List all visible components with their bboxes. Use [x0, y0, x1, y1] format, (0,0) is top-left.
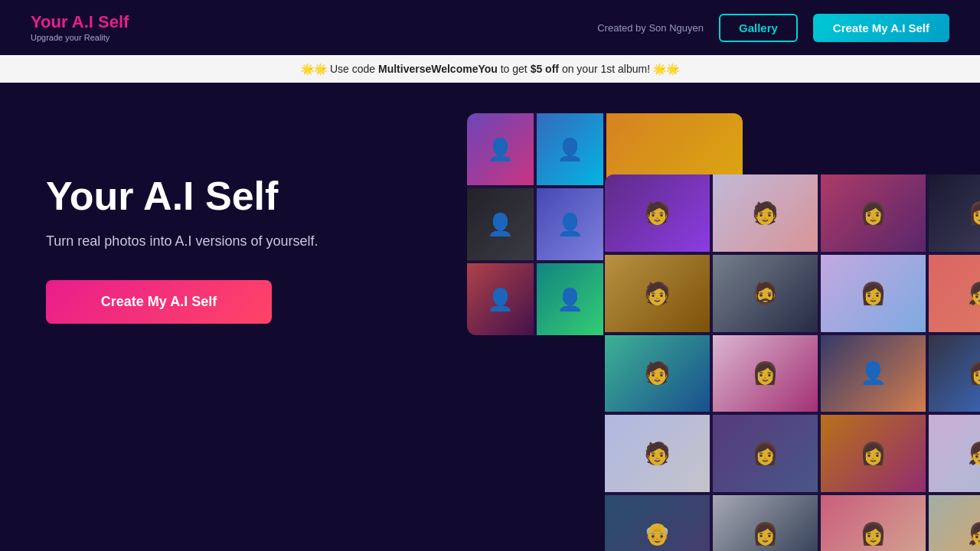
portrait-cell: 👩 [713, 335, 818, 412]
nav-right: Created by Son Nguyen Gallery Create My … [597, 14, 949, 42]
portrait-cell: 👤 [537, 113, 603, 185]
portrait-cell: 👴 [605, 495, 710, 551]
gallery-button[interactable]: Gallery [719, 14, 798, 42]
portrait-cell: 🧑 [605, 174, 710, 252]
portrait-cell: 🧑 [605, 415, 710, 492]
logo-text-your: Your [31, 12, 72, 31]
portrait-cell: 👩 [713, 495, 818, 551]
nav-credit: Created by Son Nguyen [597, 22, 704, 34]
promo-emoji-right: 🌟🌟 [653, 63, 679, 75]
portrait-cell: 🧔 [713, 255, 818, 332]
portrait-cell: 👤 [537, 263, 603, 335]
hero-subheading: Turn real photos into A.I versions of yo… [46, 233, 413, 249]
hero-text: Your A.I Self Turn real photos into A.I … [46, 113, 413, 324]
portrait-cell: 👩 [821, 174, 926, 252]
promo-code: MultiverseWelcomeYou [378, 63, 498, 75]
portrait-cell: 👧 [929, 495, 980, 551]
promo-discount: $5 off [531, 63, 559, 75]
logo: Your A.I Self Upgrade your Reality [31, 13, 129, 42]
portrait-cell: 👩 [821, 495, 926, 551]
hero-heading: Your A.I Self [46, 174, 413, 218]
promo-text-pre: Use code [330, 63, 378, 75]
promo-text-post: on your 1st album! [562, 63, 653, 75]
portrait-cell: 👩 [929, 174, 980, 252]
portrait-cell: 👧 [929, 255, 980, 332]
portrait-cell: 👤 [467, 188, 534, 260]
portrait-cell: 🧑 [713, 174, 818, 252]
portrait-cell: 👩 [821, 255, 926, 332]
portrait-cell: 👤 [467, 263, 534, 335]
logo-ai: A.I [72, 12, 93, 31]
portrait-cell: 🧑 [605, 335, 710, 412]
create-hero-button[interactable]: Create My A.I Self [46, 280, 272, 324]
portrait-cell: 👤 [537, 188, 603, 260]
hero-image-collage: 👤 👤 🧑 👤 👤 👤 👤 👤 🧑 🧑 👩 👩 🧑 🧔 👩 👧 🧑 👩 👤 👩 … [444, 113, 934, 511]
image-grid-front: 🧑 🧑 👩 👩 🧑 🧔 👩 👧 🧑 👩 👤 👩 🧑 👩 👩 👧 👴 👩 👩 👧 [605, 174, 980, 551]
portrait-cell: 🧑 [605, 255, 710, 332]
promo-text-mid: to get [501, 63, 531, 75]
logo-self: Self [93, 12, 129, 31]
logo-subtitle: Upgrade your Reality [31, 33, 129, 42]
hero-section: Your A.I Self Turn real photos into A.I … [0, 83, 980, 548]
portrait-cell: 👩 [929, 335, 980, 412]
portrait-cell: 👧 [929, 415, 980, 492]
navbar: Your A.I Self Upgrade your Reality Creat… [0, 0, 980, 55]
promo-emoji-left: 🌟🌟 [301, 63, 327, 75]
portrait-cell: 👤 [821, 335, 926, 412]
portrait-cell: 👤 [467, 113, 534, 185]
portrait-cell: 👩 [821, 415, 926, 492]
logo-title: Your A.I Self [31, 13, 129, 31]
promo-banner: 🌟🌟 Use code MultiverseWelcomeYou to get … [0, 55, 980, 83]
portrait-cell: 👩 [713, 415, 818, 492]
create-nav-button[interactable]: Create My A.I Self [813, 14, 949, 42]
